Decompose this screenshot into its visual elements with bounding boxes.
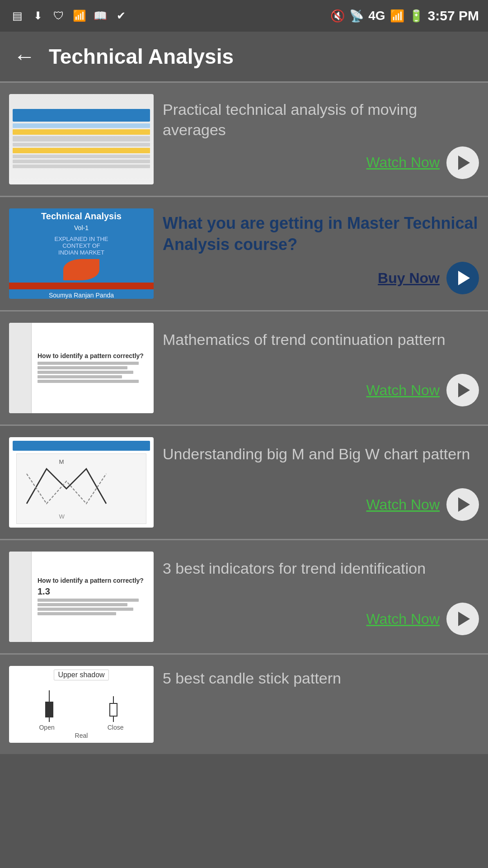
candle-2-body [109,703,117,717]
thumb-1-row-1 [13,129,150,135]
card-1-action-row: Watch Now [163,146,479,179]
card-5-play-button[interactable] [446,603,479,635]
thumbnail-4: M W [9,437,154,528]
open-label: Open [39,724,54,731]
candle-1 [45,690,53,722]
thumb-4-svg: M W [17,454,146,524]
candle-1-upper-wick [49,690,50,702]
mute-icon: 🔇 [330,9,345,23]
thumb-2-accent [63,259,99,280]
thumb-4-diagram-area: M W [16,453,146,524]
notification-icon: ▤ [9,8,25,24]
status-bar-left: ▤ ⬇ 🛡 📶 📖 ✔ [9,8,129,24]
card-2-buy-link[interactable]: Buy Now [378,270,440,287]
thumb-1-row-7 [13,165,150,168]
card-2-play-button[interactable] [446,262,479,294]
network-type: 4G [368,9,385,23]
thumb-2-bar [9,283,154,290]
card-3-action-row: Watch Now [163,374,479,406]
back-button[interactable]: ← [14,46,35,67]
check-icon: ✔ [113,8,129,24]
card-3-play-icon [458,383,470,397]
card-2-action-row: Buy Now [163,262,479,294]
card-3-watch-link[interactable]: Watch Now [366,382,440,399]
card-4-content: Understanding big M and Big W chart patt… [163,442,479,523]
thumbnail-1 [9,94,154,184]
signal-bars-icon: 📶 [390,9,404,23]
close-label: Close [108,724,124,731]
candle-1-lower-wick [49,717,50,722]
video-card-6: Upper shadow Open Close Real 5 best cand… [0,655,488,754]
card-1-title: Practical technical analysis of moving a… [163,99,479,139]
thumb-3-content: How to identify a pattern correctly? [34,349,154,388]
svg-text:W: W [59,513,65,520]
header: ← Technical Analysis [0,32,488,81]
thumb-1-nav [13,123,150,128]
card-1-watch-link[interactable]: Watch Now [366,154,440,171]
video-card-4: M W Understanding big M and Big W chart … [0,426,488,540]
card-2-content: What you are getting in Master Technical… [163,211,479,297]
candle-2 [109,696,117,722]
video-card-5: How to identify a pattern correctly? 1.3… [0,540,488,655]
card-4-title: Understanding big M and Big W chart patt… [163,444,479,481]
card-5-title: 3 best indicators for trend identificati… [163,558,479,596]
thumb-3-line-4 [38,375,122,378]
card-4-watch-link[interactable]: Watch Now [366,496,440,513]
card-4-play-button[interactable] [446,488,479,521]
thumb-6-labels: Upper shadow [13,670,150,680]
thumb-1-row-3 [13,143,150,146]
thumb-1-row-2 [13,136,150,142]
thumbnail-6: Upper shadow Open Close Real [9,666,154,743]
card-5-action-row: Watch Now [163,603,479,635]
thumb-1-row-5 [13,155,150,158]
card-6-title: 5 best candle stick pattern [163,668,479,688]
thumb-5-heading: How to identify a pattern correctly? [38,577,150,584]
download-icon: ⬇ [30,8,46,24]
thumb-3-heading: How to identify a pattern correctly? [38,352,150,359]
status-bar: ▤ ⬇ 🛡 📶 📖 ✔ 🔇 📡 4G 📶 🔋 3:57 PM [0,0,488,32]
card-5-play-icon [458,612,470,626]
candle-2-upper-wick [113,696,114,703]
card-3-content: Mathematics of trend continuation patter… [163,327,479,409]
video-card-3: How to identify a pattern correctly? Mat… [0,311,488,426]
page-title: Technical Analysis [49,44,234,69]
card-4-action-row: Watch Now [163,488,479,521]
time-display: 3:57 PM [428,8,479,24]
card-5-watch-link[interactable]: Watch Now [366,611,440,627]
card-5-content: 3 best indicators for trend identificati… [163,556,479,637]
thumb-3-panel [9,323,32,413]
thumb-2-subtitle: EXPLAINED IN THECONTEXT OFINDIAN MARKET [53,235,110,257]
card-1-play-icon [458,156,470,170]
thumb-1-row-4 [13,148,150,153]
thumb-3-line-3 [38,371,133,374]
thumb-2-author: Soumya Ranjan Panda [49,292,114,299]
card-4-play-icon [458,497,470,512]
thumb-5-panel [9,552,32,642]
thumb-6-candles [13,683,150,722]
svg-text:M: M [59,458,64,465]
card-6-content: 5 best candle stick pattern [163,666,479,690]
battery-icon: 🔋 [409,9,423,23]
thumb-5-line-3 [38,608,133,611]
thumb-2-title: Technical AnalysisVol-1 [39,208,124,235]
thumb-1-row-6 [13,160,150,163]
upper-shadow-label: Upper shadow [54,670,108,680]
thumb-1-header [13,109,150,122]
card-3-play-button[interactable] [446,374,479,406]
book-icon: 📖 [92,8,108,24]
thumb-5-number: 1.3 [38,586,150,597]
wifi-signal-icon: 📡 [349,9,364,23]
thumb-6-footer: Open Close [13,724,150,731]
card-1-content: Practical technical analysis of moving a… [163,97,479,181]
card-1-play-button[interactable] [446,146,479,179]
thumb-5-line-1 [38,599,139,602]
candle-2-lower-wick [113,717,114,722]
thumb-3-line-1 [38,362,139,365]
thumb-5-line-2 [38,603,127,606]
thumb-3-line-5 [38,380,139,383]
card-2-title: What you are getting in Master Technical… [163,213,479,255]
wifi-icon: 📶 [71,8,88,24]
thumbnail-5: How to identify a pattern correctly? 1.3 [9,552,154,642]
card-3-title: Mathematics of trend continuation patter… [163,330,479,367]
video-card-1: Practical technical analysis of moving a… [0,83,488,197]
